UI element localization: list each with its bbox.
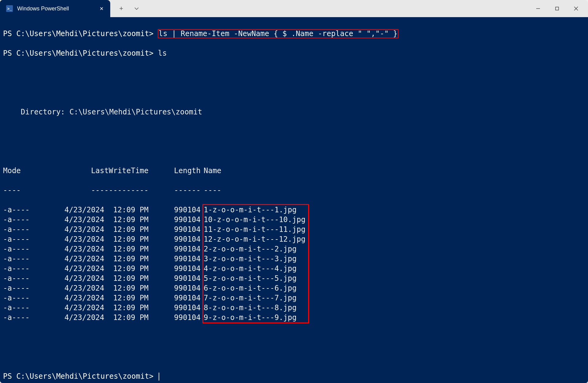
directory-line: Directory: C:\Users\Mehdi\Pictures\zoomi… (3, 107, 585, 117)
cell-mode: -a---- (3, 225, 57, 234)
cell-mode: -a---- (3, 205, 57, 215)
table-row: -a----4/23/2024 12:09 PM9901049-z-o-o-m-… (3, 313, 585, 322)
cell-name: 1-z-o-o-m-i-t---1.jpg (201, 205, 296, 215)
cell-lastwritetime: 4/23/2024 12:09 PM (57, 264, 149, 273)
cell-lastwritetime: 4/23/2024 12:09 PM (57, 215, 149, 225)
new-tab-button[interactable]: + (117, 4, 126, 13)
cell-length: 990104 (149, 254, 201, 264)
table-row: -a----4/23/2024 12:09 PM9901043-z-o-o-m-… (3, 254, 585, 264)
table-row: -a----4/23/2024 12:09 PM9901044-z-o-o-m-… (3, 264, 585, 273)
cell-lastwritetime: 4/23/2024 12:09 PM (57, 273, 149, 283)
cell-mode: -a---- (3, 313, 57, 322)
table-divider: --------------------------- (3, 185, 585, 195)
cell-name: 2-z-o-o-m-i-t---2.jpg (201, 244, 296, 254)
cell-length: 990104 (149, 244, 201, 254)
table-body: -a----4/23/2024 12:09 PM9901041-z-o-o-m-… (3, 205, 585, 322)
cell-mode: -a---- (3, 234, 57, 244)
cell-mode: -a---- (3, 215, 57, 225)
cell-lastwritetime: 4/23/2024 12:09 PM (57, 283, 149, 293)
table-row: -a----4/23/2024 12:09 PM99010412-z-o-o-m… (3, 234, 585, 244)
terminal-window: >_ Windows PowerShell ✕ + PS C:\Users\Me… (0, 0, 588, 383)
cell-mode: -a---- (3, 254, 57, 264)
close-window-button[interactable] (567, 1, 586, 16)
table-header: ModeLastWriteTimeLengthName (3, 166, 585, 176)
cell-name: 9-z-o-o-m-i-t---9.jpg (201, 313, 296, 322)
cell-mode: -a---- (3, 303, 57, 313)
tab-dropdown-button[interactable] (132, 4, 141, 13)
cell-length: 990104 (149, 215, 201, 225)
cell-name: 8-z-o-o-m-i-t---8.jpg (201, 303, 296, 313)
command-text: ls (158, 49, 167, 58)
cell-name: 12-z-o-o-m-i-t---12.jpg (201, 234, 305, 244)
cell-length: 990104 (149, 283, 201, 293)
tab-powershell[interactable]: >_ Windows PowerShell ✕ (0, 0, 110, 17)
powershell-icon: >_ (6, 5, 13, 12)
cell-lastwritetime: 4/23/2024 12:09 PM (57, 293, 149, 303)
table-row: -a----4/23/2024 12:09 PM9901045-z-o-o-m-… (3, 273, 585, 283)
cell-length: 990104 (149, 225, 201, 234)
highlighted-command: ls | Rename-Item -NewName { $_.Name -rep… (158, 29, 398, 38)
cell-name: 4-z-o-o-m-i-t---4.jpg (201, 264, 296, 273)
column-lastwritetime: LastWriteTime (57, 166, 149, 176)
cell-name: 7-z-o-o-m-i-t---7.jpg (201, 293, 296, 303)
table-row: -a----4/23/2024 12:09 PM9901041-z-o-o-m-… (3, 205, 585, 215)
cell-lastwritetime: 4/23/2024 12:09 PM (57, 254, 149, 264)
cell-name: 10-z-o-o-m-i-t---10.jpg (201, 215, 305, 225)
tabbar-actions: + (110, 0, 141, 17)
cell-length: 990104 (149, 303, 201, 313)
cell-mode: -a---- (3, 283, 57, 293)
tab-title: Windows PowerShell (17, 6, 94, 12)
cell-length: 990104 (149, 273, 201, 283)
table-row: -a----4/23/2024 12:09 PM9901042-z-o-o-m-… (3, 244, 585, 254)
prompt: PS C:\Users\Mehdi\Pictures\zoomit> (3, 29, 153, 38)
cursor-icon (159, 373, 159, 381)
cell-name: 11-z-o-o-m-i-t---11.jpg (201, 225, 305, 234)
cell-lastwritetime: 4/23/2024 12:09 PM (57, 244, 149, 254)
cell-mode: -a---- (3, 244, 57, 254)
cell-mode: -a---- (3, 273, 57, 283)
table-row: -a----4/23/2024 12:09 PM99010410-z-o-o-m… (3, 215, 585, 225)
cell-mode: -a---- (3, 293, 57, 303)
cell-name: 6-z-o-o-m-i-t---6.jpg (201, 283, 296, 293)
cell-lastwritetime: 4/23/2024 12:09 PM (57, 313, 149, 322)
maximize-button[interactable] (548, 1, 567, 16)
column-mode: Mode (3, 166, 57, 176)
window-controls (529, 0, 588, 17)
cell-name: 5-z-o-o-m-i-t---5.jpg (201, 273, 296, 283)
cell-length: 990104 (149, 264, 201, 273)
cell-name: 3-z-o-o-m-i-t---3.jpg (201, 254, 296, 264)
cell-lastwritetime: 4/23/2024 12:09 PM (57, 205, 149, 215)
cell-lastwritetime: 4/23/2024 12:09 PM (57, 303, 149, 313)
table-row: -a----4/23/2024 12:09 PM9901047-z-o-o-m-… (3, 293, 585, 303)
cell-length: 990104 (149, 234, 201, 244)
table-row: -a----4/23/2024 12:09 PM9901046-z-o-o-m-… (3, 283, 585, 293)
terminal-area[interactable]: PS C:\Users\Mehdi\Pictures\zoomit> ls | … (0, 17, 588, 383)
close-tab-icon[interactable]: ✕ (98, 5, 105, 12)
cell-length: 990104 (149, 205, 201, 215)
svg-rect-1 (556, 7, 559, 10)
prompt: PS C:\Users\Mehdi\Pictures\zoomit> (3, 372, 153, 381)
column-name: Name (201, 166, 221, 176)
cell-length: 990104 (149, 313, 201, 322)
cell-lastwritetime: 4/23/2024 12:09 PM (57, 234, 149, 244)
titlebar: >_ Windows PowerShell ✕ + (0, 0, 588, 17)
prompt: PS C:\Users\Mehdi\Pictures\zoomit> (3, 49, 153, 58)
column-length: Length (149, 166, 201, 176)
table-row: -a----4/23/2024 12:09 PM99010411-z-o-o-m… (3, 225, 585, 234)
minimize-button[interactable] (529, 1, 548, 16)
cell-length: 990104 (149, 293, 201, 303)
cell-mode: -a---- (3, 264, 57, 273)
cell-lastwritetime: 4/23/2024 12:09 PM (57, 225, 149, 234)
table-row: -a----4/23/2024 12:09 PM9901048-z-o-o-m-… (3, 303, 585, 313)
